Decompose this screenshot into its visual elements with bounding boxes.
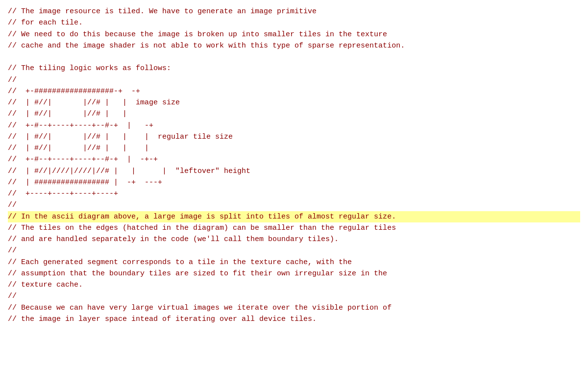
code-line: // xyxy=(8,74,580,86)
code-line: // +-##################-+ -+ xyxy=(8,86,580,97)
code-line: // +-#--+----+----+--#-+ | -+-+ xyxy=(8,154,580,165)
code-line: // The tiles on the edges (hatched in th… xyxy=(8,222,580,234)
code-line: // | #//| |//# | | | xyxy=(8,143,580,154)
code-line: // | #//| |//# | | | regular tile size xyxy=(8,131,580,143)
code-line: // the image in layer space intead of it… xyxy=(8,314,580,325)
code-line: // xyxy=(8,245,580,256)
code-line: // Because we can have very large virtua… xyxy=(8,302,580,314)
code-line: // | ################# | -+ ---+ xyxy=(8,177,580,188)
code-line: // The image resource is tiled. We have … xyxy=(8,6,580,17)
code-line: // cache and the image shader is not abl… xyxy=(8,40,580,51)
code-line: // +----+----+----+----+ xyxy=(8,188,580,199)
code-line: // | #//|////|////|//# | | | "leftover" … xyxy=(8,166,580,177)
code-block: // The image resource is tiled. We have … xyxy=(8,6,580,325)
code-line xyxy=(8,51,580,63)
code-line: // xyxy=(8,291,580,302)
code-line: // The tiling logic works as follows: xyxy=(8,63,580,74)
code-line: // texture cache. xyxy=(8,279,580,291)
code-line: // +-#--+----+----+--#-+ | -+ xyxy=(8,120,580,131)
code-line: // Each generated segment corresponds to… xyxy=(8,257,580,268)
code-line: // | #//| |//# | | image size xyxy=(8,97,580,108)
code-line: // xyxy=(8,199,580,211)
code-line: // and are handled separately in the cod… xyxy=(8,234,580,245)
code-line: // assumption that the boundary tiles ar… xyxy=(8,268,580,279)
code-line: // We need to do this because the image … xyxy=(8,29,580,40)
code-line: // | #//| |//# | | xyxy=(8,108,580,120)
code-line: // for each tile. xyxy=(8,17,580,28)
code-line: // In the ascii diagram above, a large i… xyxy=(8,211,580,222)
